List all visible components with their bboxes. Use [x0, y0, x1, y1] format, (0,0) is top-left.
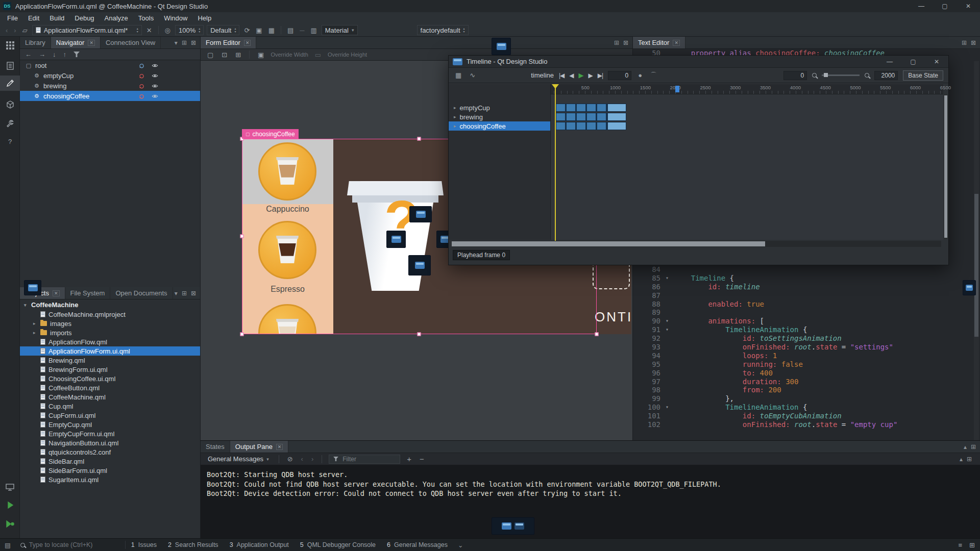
project-file[interactable]: EmptyCupForm.ui.qml — [20, 429, 200, 438]
pane-settings-icon[interactable]: ⌄ — [453, 539, 468, 551]
project-file[interactable]: EmptyCup.qml — [20, 420, 200, 429]
menu-item[interactable]: Analyze — [100, 12, 133, 24]
override-width-field[interactable]: ▭ — [313, 51, 323, 59]
zoom-in-icon[interactable] — [865, 73, 869, 78]
select-tool-icon[interactable]: ▢ — [206, 51, 215, 59]
curve-editor-icon[interactable]: ∿ — [468, 71, 477, 79]
scrollbar-thumb[interactable] — [974, 194, 978, 337]
base-state-button[interactable]: Base State — [903, 70, 943, 81]
split-pane-icon[interactable]: ⊞ — [182, 39, 187, 46]
scrollbar-thumb[interactable] — [452, 241, 765, 246]
menu-item[interactable]: Window — [159, 12, 192, 24]
project-file[interactable]: BrewingForm.ui.qml — [20, 365, 200, 374]
tab-open-documents[interactable]: Open Documents — [110, 287, 173, 299]
current-frame-field[interactable]: 0 — [608, 71, 631, 80]
visibility-eye-icon[interactable] — [151, 92, 158, 99]
resize-handle-sw[interactable] — [240, 333, 244, 336]
zoom-out-output-icon[interactable]: − — [418, 455, 426, 463]
fold-marker[interactable]: ▾ — [660, 317, 674, 325]
edit-mode-icon[interactable] — [0, 58, 20, 73]
minimize-button[interactable]: — — [910, 0, 933, 12]
continue-button-text[interactable]: ONTI — [595, 309, 631, 325]
close-tab-icon[interactable]: ✕ — [276, 444, 283, 450]
navigator-item[interactable]: ▢ root — [20, 60, 200, 70]
collapse-pane-icon[interactable]: ▴ — [964, 443, 967, 450]
fold-marker[interactable] — [660, 334, 674, 343]
close-tab-icon[interactable]: ✕ — [244, 40, 251, 46]
export-toggle-icon[interactable] — [138, 92, 145, 99]
resize-handle-s[interactable] — [418, 333, 421, 336]
device-selector[interactable]: factorydefault ▴▾ — [417, 25, 469, 35]
close-pane-icon[interactable]: ⊠ — [191, 39, 196, 46]
tab-navigator[interactable]: Navigator ✕ — [51, 37, 101, 48]
fold-marker[interactable] — [660, 300, 674, 309]
snap-icon[interactable]: ▣ — [254, 27, 263, 34]
visibility-eye-icon[interactable] — [151, 72, 158, 79]
menu-item[interactable]: Help — [192, 12, 216, 24]
style-spinner[interactable]: ▴▾ — [234, 27, 236, 33]
border-icon[interactable]: ▤ — [286, 27, 295, 34]
project-file[interactable]: SideBar.qml — [20, 457, 200, 466]
locator-input[interactable]: Type to locate (Ctrl+K) — [15, 539, 125, 551]
maximize-button[interactable]: ▢ — [901, 56, 925, 67]
to-start-button[interactable]: |◀ — [559, 72, 564, 79]
move-tool-icon[interactable]: ⊞ — [234, 51, 242, 59]
split-pane-icon[interactable]: ⊞ — [182, 290, 187, 297]
end-frame-field[interactable]: 2000 — [874, 71, 898, 80]
filter-icon[interactable] — [74, 52, 80, 57]
split-pane-icon[interactable]: ⊞ — [614, 39, 619, 46]
close-tab-icon[interactable]: ✕ — [53, 290, 60, 296]
output-log[interactable]: Boot2Qt: Starting QDB host server.Boot2Q… — [201, 465, 980, 538]
resize-handle-se[interactable] — [595, 333, 599, 336]
close-button[interactable]: ✕ — [925, 56, 948, 67]
tab-form-editor[interactable]: Form Editor ✕ — [201, 37, 256, 48]
fold-marker[interactable] — [660, 283, 674, 291]
play-button[interactable]: ▶ — [579, 71, 583, 79]
forward-icon[interactable]: › — [12, 27, 17, 34]
zoom-in-output-icon[interactable]: + — [405, 455, 413, 463]
fold-marker[interactable] — [660, 360, 674, 369]
next-item-icon[interactable]: › — [310, 455, 315, 463]
snap-toggle-icon[interactable]: ▣ — [256, 51, 265, 59]
fold-marker[interactable]: ▾ — [660, 274, 674, 283]
expand-arrow[interactable]: ▸ — [454, 114, 456, 119]
timeline-track[interactable]: ▸ choosingCoffee — [449, 121, 550, 131]
project-file[interactable]: SugarItem.ui.qml — [20, 475, 200, 484]
start-frame-field[interactable]: 0 — [783, 71, 807, 80]
close-pane-icon[interactable]: ⊠ — [971, 39, 976, 46]
timeline-vertical-scrollbar[interactable] — [944, 94, 948, 239]
fold-marker[interactable] — [660, 420, 674, 429]
project-file[interactable]: ▸ images — [20, 319, 200, 328]
hamburger-menu-icon[interactable]: ≡ — [959, 541, 963, 549]
timeline-titlebar[interactable]: Timeline - Qt Design Studio — ▢ ✕ — [449, 56, 948, 68]
timeline-name[interactable]: timeline — [531, 71, 554, 79]
resize-handle-n[interactable] — [418, 137, 421, 141]
line-icon[interactable]: ─ — [298, 27, 306, 34]
visibility-eye-icon[interactable] — [151, 82, 158, 89]
easing-curve-icon[interactable]: ⌒ — [649, 71, 658, 80]
tab-library[interactable]: Library — [20, 37, 51, 48]
project-file[interactable]: ChoosingCoffee.ui.qml — [20, 374, 200, 383]
nav-back-icon[interactable]: ← — [25, 51, 32, 58]
export-toggle-icon[interactable] — [138, 72, 145, 79]
project-file[interactable]: qtquickcontrols2.conf — [20, 447, 200, 457]
close-pane-icon[interactable]: ⊠ — [191, 290, 196, 297]
export-toggle-icon[interactable] — [138, 82, 145, 89]
maximize-pane-icon[interactable]: ▴ — [960, 456, 963, 463]
marquee-tool-icon[interactable]: ⊡ — [220, 51, 229, 59]
split-pane-icon[interactable]: ⊞ — [962, 39, 967, 46]
nav-forward-icon[interactable]: → — [39, 51, 45, 58]
expand-arrow[interactable]: ▾ — [24, 303, 28, 308]
project-root[interactable]: ▾ CoffeeMachine — [20, 300, 200, 310]
minimize-button[interactable]: — — [878, 56, 901, 67]
close-pane-icon[interactable]: ⊠ — [623, 39, 628, 46]
expand-arrow[interactable]: ▸ — [454, 123, 456, 129]
project-file[interactable]: ApplicationFlow.qml — [20, 337, 200, 346]
expand-arrow[interactable]: ▸ — [33, 321, 37, 326]
fold-marker[interactable] — [660, 412, 674, 420]
timeline-window[interactable]: Timeline - Qt Design Studio — ▢ ✕ ▦ ∿ ti… — [448, 55, 949, 265]
bookmark-icon[interactable]: ▱ — [21, 27, 29, 34]
keyframe-bar[interactable] — [556, 113, 626, 120]
timeline-zoom-slider[interactable] — [822, 74, 860, 76]
fold-marker[interactable] — [660, 378, 674, 386]
